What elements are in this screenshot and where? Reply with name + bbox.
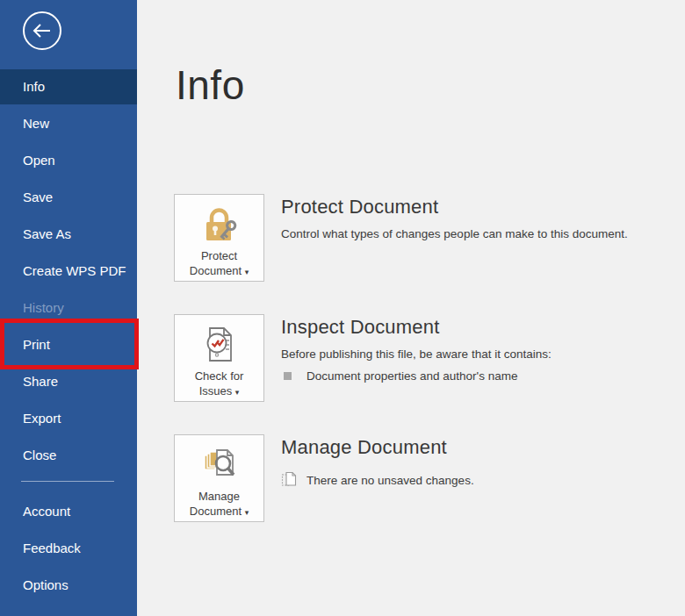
unsaved-changes-text: There are no unsaved changes. bbox=[306, 474, 474, 487]
manage-document-button-label: Manage Document ▾ bbox=[179, 489, 260, 520]
lock-key-icon bbox=[198, 204, 241, 246]
backstage-info-view: Info New Open Save Save As Create WPS PD… bbox=[0, 0, 685, 616]
unsaved-changes-row: There are no unsaved changes. bbox=[281, 471, 659, 489]
protect-document-button-label: Protect Document ▾ bbox=[179, 248, 260, 280]
sidebar-item-close[interactable]: Close bbox=[0, 437, 137, 474]
sidebar: Info New Open Save Save As Create WPS PD… bbox=[0, 0, 137, 616]
dropdown-caret-icon: ▾ bbox=[245, 508, 249, 517]
inspect-document-description: Before publishing this file, be aware th… bbox=[281, 347, 659, 362]
manage-versions-icon bbox=[198, 444, 241, 486]
document-versions-icon bbox=[281, 471, 297, 489]
page-title: Info bbox=[176, 61, 245, 109]
protect-document-button[interactable]: Protect Document ▾ bbox=[174, 194, 264, 282]
back-button[interactable] bbox=[23, 11, 61, 50]
sidebar-item-export[interactable]: Export bbox=[0, 400, 137, 437]
sidebar-item-create-wps-pdf[interactable]: Create WPS PDF bbox=[0, 253, 137, 290]
check-for-issues-button[interactable]: Check for Issues ▾ bbox=[174, 314, 264, 402]
sidebar-item-print[interactable]: Print bbox=[0, 326, 137, 363]
manage-document-heading: Manage Document bbox=[281, 436, 659, 459]
sidebar-item-info[interactable]: Info bbox=[0, 69, 137, 104]
sidebar-item-share[interactable]: Share bbox=[0, 363, 137, 400]
sidebar-item-save[interactable]: Save bbox=[0, 179, 137, 216]
sidebar-item-feedback[interactable]: Feedback bbox=[0, 530, 137, 567]
dropdown-caret-icon: ▾ bbox=[235, 388, 240, 397]
sidebar-item-account[interactable]: Account bbox=[0, 493, 137, 530]
protect-document-heading: Protect Document bbox=[281, 196, 659, 218]
inspect-document-icon bbox=[198, 324, 241, 366]
sidebar-item-open[interactable]: Open bbox=[0, 142, 137, 179]
manage-document-button[interactable]: Manage Document ▾ bbox=[174, 434, 264, 522]
check-for-issues-button-label: Check for Issues ▾ bbox=[179, 369, 260, 400]
inspect-document-heading: Inspect Document bbox=[281, 316, 659, 339]
sidebar-item-options[interactable]: Options bbox=[0, 567, 137, 604]
square-bullet-icon bbox=[284, 372, 292, 380]
dropdown-caret-icon: ▾ bbox=[245, 268, 249, 276]
back-arrow-icon bbox=[31, 19, 54, 42]
sidebar-item-history: History bbox=[0, 290, 137, 326]
sidebar-item-new[interactable]: New bbox=[0, 105, 137, 142]
inspect-bullet-text: Document properties and author's name bbox=[306, 369, 517, 383]
protect-document-description: Control what types of changes people can… bbox=[281, 226, 659, 242]
sidebar-item-save-as[interactable]: Save As bbox=[0, 216, 137, 253]
sidebar-divider bbox=[21, 481, 114, 482]
inspect-bullet-row: Document properties and author's name bbox=[281, 369, 659, 383]
